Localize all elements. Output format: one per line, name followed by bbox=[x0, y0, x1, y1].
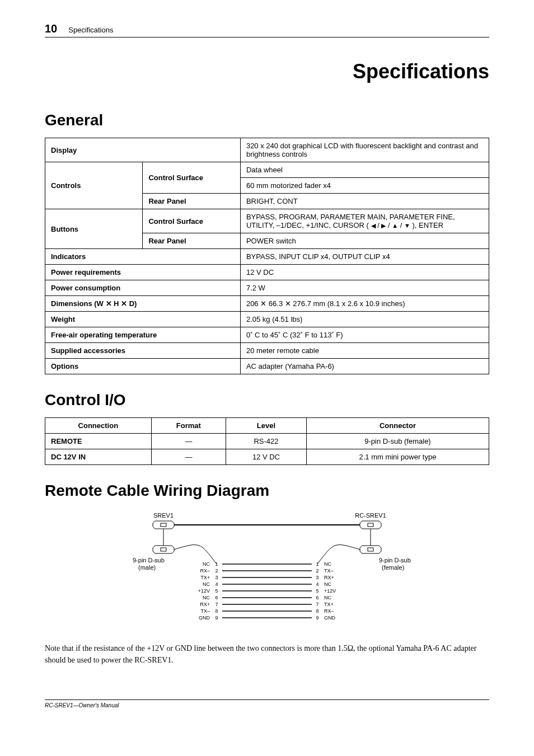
table-row: Buttons Control Surface BYPASS, PROGRAM,… bbox=[45, 209, 489, 233]
svg-text:(female): (female) bbox=[382, 564, 404, 571]
control-io-table: Connection Format Level Connector REMOTE… bbox=[45, 417, 489, 465]
svg-text:NC: NC bbox=[324, 561, 331, 567]
svg-text:RX+: RX+ bbox=[200, 602, 210, 607]
table-row: DC 12V IN — 12 V DC 2.1 mm mini power ty… bbox=[45, 449, 489, 465]
table-row: Controls Control Surface Data wheel bbox=[45, 162, 489, 178]
page-number: 10 bbox=[45, 22, 57, 35]
svg-text:TX+: TX+ bbox=[200, 575, 210, 580]
svg-text:6: 6 bbox=[316, 595, 318, 600]
svg-text:NC: NC bbox=[324, 581, 331, 587]
svg-text:2: 2 bbox=[316, 568, 318, 574]
table-row: Power consumption7.2 W bbox=[45, 280, 489, 296]
svg-text:4: 4 bbox=[215, 581, 218, 587]
table-row: Weight2.05 kg (4.51 lbs) bbox=[45, 312, 489, 327]
control-io-heading: Control I/O bbox=[45, 391, 489, 409]
table-row: Supplied accessories20 meter remote cabl… bbox=[45, 343, 489, 359]
svg-text:7: 7 bbox=[215, 602, 218, 607]
table-header-row: Connection Format Level Connector bbox=[45, 418, 489, 434]
svg-text:RX–: RX– bbox=[324, 608, 334, 614]
svg-text:NC: NC bbox=[324, 595, 331, 600]
svg-rect-5 bbox=[368, 548, 373, 551]
svg-text:2: 2 bbox=[215, 568, 218, 574]
svg-text:1: 1 bbox=[316, 561, 318, 567]
svg-text:6: 6 bbox=[215, 595, 218, 600]
svg-rect-3 bbox=[161, 548, 166, 551]
wiring-diagram: SREV1 RC-SREV1 9-pin D-sub (male) 9-pin … bbox=[45, 511, 489, 628]
svg-rect-2 bbox=[161, 523, 166, 527]
svg-text:9: 9 bbox=[215, 615, 218, 621]
svg-text:7: 7 bbox=[316, 602, 318, 607]
svg-text:4: 4 bbox=[316, 581, 318, 587]
svg-text:3: 3 bbox=[215, 575, 218, 580]
svg-text:5: 5 bbox=[316, 588, 318, 594]
svg-text:TX–: TX– bbox=[324, 568, 334, 574]
wiring-heading: Remote Cable Wiring Diagram bbox=[45, 482, 489, 500]
svg-text:SREV1: SREV1 bbox=[153, 512, 174, 519]
svg-text:NC: NC bbox=[203, 595, 210, 600]
table-row: IndicatorsBYPASS, INPUT CLIP x4, OUTPUT … bbox=[45, 249, 489, 265]
svg-text:TX–: TX– bbox=[200, 608, 210, 614]
svg-text:9: 9 bbox=[316, 615, 318, 621]
page-header: 10 Specifications bbox=[45, 22, 489, 37]
svg-text:(male): (male) bbox=[138, 564, 156, 571]
table-row: Power requirements12 V DC bbox=[45, 265, 489, 280]
table-row: Dimensions (W ✕ H ✕ D)206 ✕ 66.3 ✕ 276.7… bbox=[45, 296, 489, 312]
svg-text:3: 3 bbox=[316, 575, 318, 580]
svg-text:NC: NC bbox=[203, 561, 210, 567]
svg-text:+12V: +12V bbox=[324, 588, 336, 594]
table-row: Free-air operating temperature0˚ C to 45… bbox=[45, 327, 489, 343]
wiring-diagram-svg: SREV1 RC-SREV1 9-pin D-sub (male) 9-pin … bbox=[121, 511, 413, 628]
svg-text:8: 8 bbox=[215, 608, 218, 614]
svg-text:NC: NC bbox=[203, 581, 210, 587]
general-spec-table: Display 320 x 240 dot graphical LCD with… bbox=[45, 138, 489, 374]
header-section-name: Specifications bbox=[68, 26, 113, 34]
svg-text:TX+: TX+ bbox=[324, 602, 334, 607]
svg-text:RC-SREV1: RC-SREV1 bbox=[355, 512, 386, 519]
svg-text:RX–: RX– bbox=[200, 568, 210, 574]
svg-text:+12V: +12V bbox=[198, 588, 210, 594]
page-title: Specifications bbox=[45, 60, 489, 83]
svg-text:9-pin D-sub: 9-pin D-sub bbox=[379, 557, 411, 564]
general-heading: General bbox=[45, 111, 489, 129]
table-row: OptionsAC adapter (Yamaha PA-6) bbox=[45, 359, 489, 374]
svg-text:8: 8 bbox=[316, 608, 318, 614]
svg-rect-4 bbox=[368, 523, 373, 527]
wiring-note: Note that if the resistance of the +12V … bbox=[45, 642, 489, 666]
footer-text: RC-SREV1—Owner's Manual bbox=[45, 699, 489, 708]
svg-text:1: 1 bbox=[215, 561, 218, 567]
table-row: Display 320 x 240 dot graphical LCD with… bbox=[45, 138, 489, 162]
svg-text:9-pin D-sub: 9-pin D-sub bbox=[133, 557, 165, 564]
svg-text:5: 5 bbox=[215, 588, 218, 594]
svg-text:GND: GND bbox=[324, 615, 336, 621]
table-row: REMOTE — RS-422 9-pin D-sub (female) bbox=[45, 434, 489, 449]
svg-text:RX+: RX+ bbox=[324, 575, 334, 580]
svg-text:GND: GND bbox=[199, 615, 210, 621]
